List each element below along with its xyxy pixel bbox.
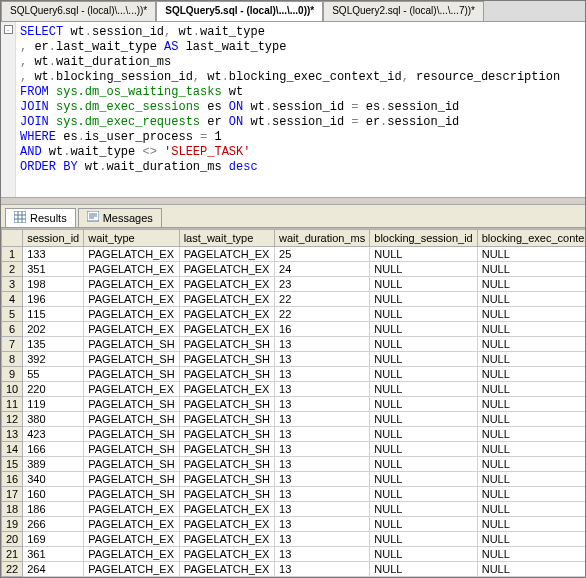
grid-cell[interactable]: 196 (23, 292, 84, 307)
grid-cell[interactable]: NULL (477, 562, 585, 577)
grid-cell[interactable]: 133 (23, 247, 84, 262)
grid-cell[interactable]: NULL (370, 457, 477, 472)
pane-splitter[interactable] (1, 197, 585, 205)
grid-cell[interactable]: PAGELATCH_SH (84, 427, 179, 442)
grid-cell[interactable]: PAGELATCH_SH (179, 427, 274, 442)
grid-cell[interactable]: NULL (370, 307, 477, 322)
grid-cell[interactable]: PAGELATCH_EX (179, 322, 274, 337)
grid-cell[interactable]: NULL (370, 412, 477, 427)
grid-cell[interactable]: PAGELATCH_SH (179, 472, 274, 487)
grid-cell[interactable]: NULL (370, 487, 477, 502)
grid-cell[interactable]: NULL (477, 367, 585, 382)
row-number-cell[interactable]: 17 (2, 487, 23, 502)
grid-cell[interactable]: PAGELATCH_EX (84, 322, 179, 337)
table-row[interactable]: 955PAGELATCH_SHPAGELATCH_SH13NULLNULL8:1… (2, 367, 586, 382)
results-grid-container[interactable]: session_idwait_typelast_wait_typewait_du… (1, 228, 585, 578)
grid-cell[interactable]: NULL (477, 532, 585, 547)
grid-cell[interactable]: PAGELATCH_SH (179, 412, 274, 427)
row-number-cell[interactable]: 6 (2, 322, 23, 337)
table-row[interactable]: 1133PAGELATCH_EXPAGELATCH_EX25NULLNULL8:… (2, 247, 586, 262)
grid-cell[interactable]: NULL (370, 562, 477, 577)
row-number-cell[interactable]: 2 (2, 262, 23, 277)
grid-cell[interactable]: PAGELATCH_EX (179, 262, 274, 277)
row-number-cell[interactable]: 19 (2, 517, 23, 532)
grid-cell[interactable]: 340 (23, 472, 84, 487)
grid-cell[interactable]: PAGELATCH_SH (84, 472, 179, 487)
grid-cell[interactable]: 22 (275, 292, 370, 307)
grid-cell[interactable]: PAGELATCH_EX (84, 517, 179, 532)
grid-cell[interactable]: NULL (370, 547, 477, 562)
grid-cell[interactable]: NULL (370, 247, 477, 262)
grid-cell[interactable]: PAGELATCH_SH (179, 367, 274, 382)
row-number-cell[interactable]: 8 (2, 352, 23, 367)
table-row[interactable]: 14166PAGELATCH_SHPAGELATCH_SH13NULLNULL8… (2, 442, 586, 457)
grid-cell[interactable]: NULL (477, 337, 585, 352)
grid-cell[interactable]: PAGELATCH_SH (84, 367, 179, 382)
grid-cell[interactable]: 13 (275, 457, 370, 472)
grid-cell[interactable]: 13 (275, 532, 370, 547)
grid-cell[interactable]: PAGELATCH_SH (84, 352, 179, 367)
row-number-cell[interactable]: 16 (2, 472, 23, 487)
result-tab-messages[interactable]: Messages (78, 208, 162, 227)
grid-cell[interactable]: NULL (370, 367, 477, 382)
row-number-cell[interactable]: 12 (2, 412, 23, 427)
grid-cell[interactable]: NULL (477, 487, 585, 502)
column-header[interactable]: blocking_exec_context_id (477, 230, 585, 247)
column-header[interactable]: session_id (23, 230, 84, 247)
file-tab[interactable]: SQLQuery2.sql - (local)\...\...7))* (323, 1, 484, 21)
grid-cell[interactable]: 13 (275, 382, 370, 397)
grid-cell[interactable]: 25 (275, 247, 370, 262)
grid-cell[interactable]: NULL (370, 397, 477, 412)
grid-cell[interactable]: NULL (477, 472, 585, 487)
table-row[interactable]: 13423PAGELATCH_SHPAGELATCH_SH13NULLNULL8… (2, 427, 586, 442)
grid-cell[interactable]: NULL (370, 382, 477, 397)
grid-cell[interactable]: 13 (275, 352, 370, 367)
column-header[interactable]: blocking_session_id (370, 230, 477, 247)
grid-cell[interactable]: NULL (477, 382, 585, 397)
grid-cell[interactable]: 13 (275, 427, 370, 442)
grid-cell[interactable]: PAGELATCH_EX (179, 502, 274, 517)
grid-cell[interactable]: PAGELATCH_SH (179, 487, 274, 502)
grid-cell[interactable]: NULL (477, 502, 585, 517)
collapse-toggle-icon[interactable]: - (4, 25, 13, 34)
grid-cell[interactable]: PAGELATCH_SH (84, 397, 179, 412)
row-number-cell[interactable]: 11 (2, 397, 23, 412)
grid-cell[interactable]: NULL (370, 502, 477, 517)
table-row[interactable]: 8392PAGELATCH_SHPAGELATCH_SH13NULLNULL8:… (2, 352, 586, 367)
result-tab-results[interactable]: Results (5, 208, 76, 227)
table-row[interactable]: 12380PAGELATCH_SHPAGELATCH_SH13NULLNULL8… (2, 412, 586, 427)
grid-cell[interactable]: 13 (275, 547, 370, 562)
table-row[interactable]: 21361PAGELATCH_EXPAGELATCH_EX13NULLNULL8… (2, 547, 586, 562)
grid-cell[interactable]: 22 (275, 307, 370, 322)
sql-editor[interactable]: - SELECT wt.session_id, wt.wait_type , e… (1, 22, 585, 197)
row-number-cell[interactable]: 13 (2, 427, 23, 442)
table-row[interactable]: 10220PAGELATCH_EXPAGELATCH_EX13NULLNULL8… (2, 382, 586, 397)
row-number-header[interactable] (2, 230, 23, 247)
grid-cell[interactable]: 13 (275, 517, 370, 532)
grid-cell[interactable]: PAGELATCH_EX (179, 562, 274, 577)
table-row[interactable]: 20169PAGELATCH_EXPAGELATCH_EX13NULLNULL8… (2, 532, 586, 547)
table-row[interactable]: 4196PAGELATCH_EXPAGELATCH_EX22NULLNULL8:… (2, 292, 586, 307)
grid-cell[interactable]: 186 (23, 502, 84, 517)
grid-cell[interactable]: 423 (23, 427, 84, 442)
table-row[interactable]: 22264PAGELATCH_EXPAGELATCH_EX13NULLNULL8… (2, 562, 586, 577)
table-row[interactable]: 11119PAGELATCH_SHPAGELATCH_SH13NULLNULL8… (2, 397, 586, 412)
grid-cell[interactable]: 119 (23, 397, 84, 412)
row-number-cell[interactable]: 7 (2, 337, 23, 352)
row-number-cell[interactable]: 14 (2, 442, 23, 457)
grid-cell[interactable]: 23 (275, 277, 370, 292)
column-header[interactable]: wait_duration_ms (275, 230, 370, 247)
grid-cell[interactable]: PAGELATCH_EX (84, 292, 179, 307)
grid-cell[interactable]: PAGELATCH_EX (84, 547, 179, 562)
grid-cell[interactable]: PAGELATCH_EX (179, 382, 274, 397)
grid-cell[interactable]: 13 (275, 562, 370, 577)
grid-cell[interactable]: NULL (477, 427, 585, 442)
grid-cell[interactable]: 220 (23, 382, 84, 397)
grid-cell[interactable]: NULL (370, 292, 477, 307)
grid-cell[interactable]: 380 (23, 412, 84, 427)
grid-cell[interactable]: NULL (370, 472, 477, 487)
grid-cell[interactable]: NULL (477, 262, 585, 277)
grid-cell[interactable]: PAGELATCH_SH (179, 397, 274, 412)
grid-cell[interactable]: 266 (23, 517, 84, 532)
grid-cell[interactable]: 166 (23, 442, 84, 457)
